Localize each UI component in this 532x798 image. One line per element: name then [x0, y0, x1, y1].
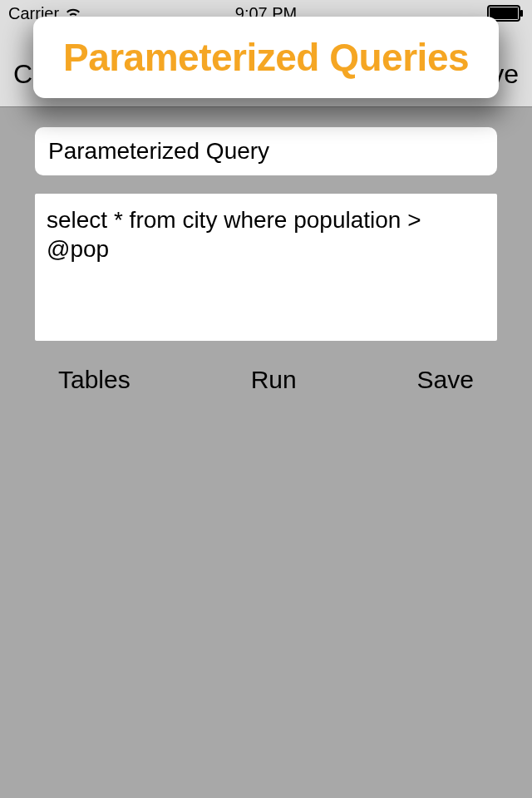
svg-rect-1 — [490, 7, 518, 19]
query-name-input[interactable] — [35, 127, 497, 175]
tables-button[interactable]: Tables — [58, 366, 131, 394]
query-sql-textarea[interactable]: select * from city where population > @p… — [35, 194, 497, 341]
svg-rect-2 — [520, 10, 523, 17]
save-button[interactable]: Save — [417, 366, 474, 394]
run-button[interactable]: Run — [251, 366, 297, 394]
content-area: select * from city where population > @p… — [0, 107, 532, 394]
overlay-title: Parameterized Queries — [63, 35, 469, 80]
action-button-row: Tables Run Save — [35, 366, 497, 394]
overlay-banner: Parameterized Queries — [33, 17, 499, 98]
nav-back-partial[interactable]: C — [13, 59, 32, 90]
